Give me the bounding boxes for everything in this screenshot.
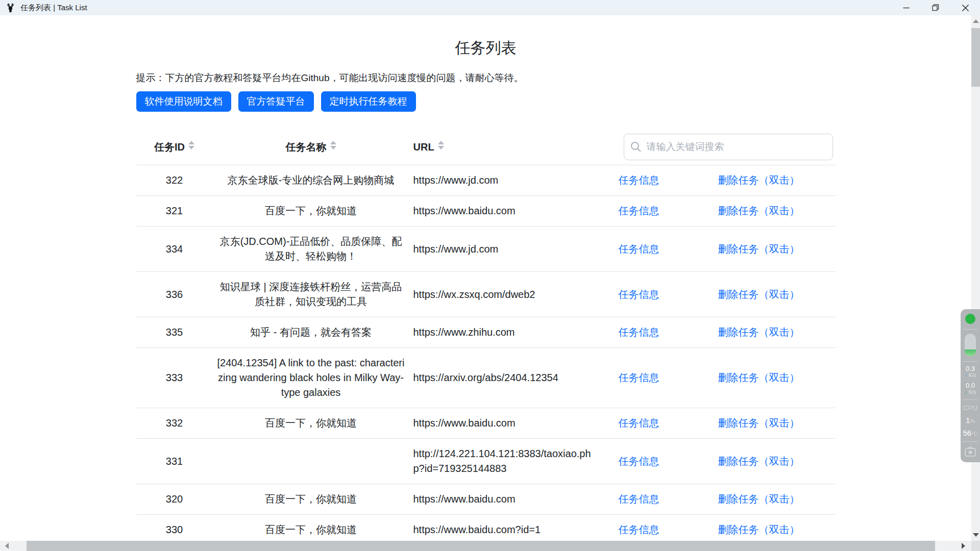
divider bbox=[963, 441, 978, 442]
header-search-cell bbox=[596, 129, 836, 165]
task-id-cell: 330 bbox=[136, 515, 213, 541]
task-id-cell: 322 bbox=[136, 165, 213, 196]
task-info-link[interactable]: 任务信息 bbox=[619, 417, 659, 429]
table-row: 332 百度一下，你就知道 https://www.baidu.com 任务信息… bbox=[136, 408, 836, 439]
upload-arrow-icon: ↑ bbox=[965, 372, 967, 378]
download-arrow-icon: ↓ bbox=[965, 389, 967, 395]
delete-task-link[interactable]: 删除任务（双击） bbox=[718, 456, 800, 467]
task-info-link[interactable]: 任务信息 bbox=[619, 524, 659, 535]
task-table: 任务ID 任务名称 URL bbox=[136, 129, 836, 541]
table-row: 320 百度一下，你就知道 https://www.baidu.com 任务信息… bbox=[136, 484, 836, 515]
task-info-link[interactable]: 任务信息 bbox=[619, 205, 659, 216]
task-id-cell: 332 bbox=[136, 408, 213, 439]
task-name-cell: 百度一下，你就知道 bbox=[213, 515, 409, 541]
task-name-cell bbox=[213, 439, 409, 484]
scroll-up-arrow-icon[interactable] bbox=[973, 19, 979, 23]
cpu-usage: 1% bbox=[966, 416, 975, 424]
task-url-cell: https://www.baidu.com?id=1 bbox=[409, 515, 596, 541]
task-name-cell: 百度一下，你就知道 bbox=[213, 484, 409, 515]
table-row: 335 知乎 - 有问题，就会有答案 https://www.zhihu.com… bbox=[136, 317, 836, 348]
screenshot-button[interactable] bbox=[965, 446, 976, 457]
divider bbox=[963, 329, 978, 330]
official-qa-button[interactable]: 官方答疑平台 bbox=[238, 91, 314, 112]
close-icon bbox=[962, 5, 969, 11]
task-url-cell: https://www.zhihu.com bbox=[409, 317, 596, 348]
cpu-temperature: 56°C bbox=[963, 429, 977, 437]
task-name-cell: 知识星球 | 深度连接铁杆粉丝，运营高品质社群，知识变现的工具 bbox=[213, 272, 409, 317]
table-row: 336 知识星球 | 深度连接铁杆粉丝，运营高品质社群，知识变现的工具 http… bbox=[136, 272, 836, 317]
temperature-unit: °C bbox=[971, 431, 977, 437]
camera-icon bbox=[965, 446, 976, 457]
deer-icon bbox=[6, 3, 15, 13]
delete-task-link[interactable]: 删除任务（双击） bbox=[718, 174, 800, 186]
task-id-cell: 334 bbox=[136, 227, 213, 272]
vertical-scrollbar-thumb[interactable] bbox=[971, 28, 980, 87]
table-row: 322 京东全球版-专业的综合网上购物商城 https://www.jd.com… bbox=[136, 165, 836, 196]
minimize-icon bbox=[903, 5, 910, 11]
scheduled-task-tutorial-button[interactable]: 定时执行任务教程 bbox=[321, 91, 416, 112]
delete-task-link[interactable]: 删除任务（双击） bbox=[718, 372, 800, 383]
header-task-name[interactable]: 任务名称 bbox=[213, 129, 409, 165]
task-url-cell: https://www.jd.com bbox=[409, 165, 596, 196]
delete-task-link[interactable]: 删除任务（双击） bbox=[718, 417, 800, 429]
delete-task-link[interactable]: 删除任务（双击） bbox=[718, 493, 800, 505]
close-button[interactable] bbox=[950, 0, 980, 15]
task-id-cell: 336 bbox=[136, 272, 213, 317]
task-url-cell: https://wx.zsxq.com/dweb2 bbox=[409, 272, 596, 317]
scroll-down-arrow-icon[interactable] bbox=[973, 533, 979, 537]
task-info-link[interactable]: 任务信息 bbox=[619, 174, 659, 186]
header-url[interactable]: URL bbox=[409, 129, 596, 165]
minimize-button[interactable] bbox=[891, 0, 921, 15]
scroll-right-arrow-icon[interactable] bbox=[962, 543, 965, 549]
delete-task-link[interactable]: 删除任务（双击） bbox=[718, 289, 800, 300]
page-title: 任务列表 bbox=[136, 38, 836, 59]
task-url-cell: https://www.jd.com bbox=[409, 227, 596, 272]
window-controls bbox=[891, 0, 980, 15]
task-name-cell: 百度一下，你就知道 bbox=[213, 408, 409, 439]
divider bbox=[963, 399, 978, 400]
header-task-id[interactable]: 任务ID bbox=[136, 129, 213, 165]
temperature-value: 56 bbox=[963, 429, 971, 437]
task-name-cell: 知乎 - 有问题，就会有答案 bbox=[213, 317, 409, 348]
table-row: 333 [2404.12354] A link to the past: cha… bbox=[136, 348, 836, 408]
main-content: 任务列表 提示：下方的官方教程和答疑平台均在Github，可能出现访问速度慢的问… bbox=[0, 15, 971, 541]
horizontal-scrollbar-thumb[interactable] bbox=[27, 541, 935, 551]
task-info-link[interactable]: 任务信息 bbox=[619, 243, 659, 255]
header-url-label: URL bbox=[413, 141, 434, 153]
task-url-cell: https://www.baidu.com bbox=[409, 408, 596, 439]
delete-task-link[interactable]: 删除任务（双击） bbox=[718, 524, 800, 535]
task-info-link[interactable]: 任务信息 bbox=[619, 372, 659, 383]
delete-task-link[interactable]: 删除任务（双击） bbox=[718, 205, 800, 216]
delete-task-link[interactable]: 删除任务（双击） bbox=[718, 327, 800, 338]
search-input[interactable] bbox=[624, 134, 833, 160]
task-id-cell: 321 bbox=[136, 196, 213, 227]
task-url-cell: https://arxiv.org/abs/2404.12354 bbox=[409, 348, 596, 408]
upload-unit-label: K/s bbox=[969, 372, 976, 378]
level-gauge-fill bbox=[965, 349, 976, 356]
table-row: 334 京东(JD.COM)-正品低价、品质保障、配送及时、轻松购物！ http… bbox=[136, 227, 836, 272]
header-task-name-label: 任务名称 bbox=[286, 141, 327, 153]
task-name-cell: 京东全球版-专业的综合网上购物商城 bbox=[213, 165, 409, 196]
task-url-cell: http://124.221.104.121:8383/taoxiao.php?… bbox=[409, 439, 596, 484]
task-id-cell: 331 bbox=[136, 439, 213, 484]
cpu-unit: % bbox=[970, 418, 975, 424]
scroll-left-arrow-icon[interactable] bbox=[5, 543, 9, 549]
horizontal-scrollbar[interactable] bbox=[0, 541, 971, 551]
download-unit-label: K/s bbox=[969, 389, 976, 395]
scrollbar-corner bbox=[971, 541, 980, 551]
task-info-link[interactable]: 任务信息 bbox=[619, 456, 659, 467]
tip-text: 提示：下方的官方教程和答疑平台均在Github，可能出现访问速度慢的问题，请耐心… bbox=[136, 71, 836, 85]
restore-icon bbox=[932, 4, 939, 11]
task-info-link[interactable]: 任务信息 bbox=[619, 327, 659, 338]
task-info-link[interactable]: 任务信息 bbox=[619, 289, 659, 300]
table-header-row: 任务ID 任务名称 URL bbox=[136, 129, 836, 165]
delete-task-link[interactable]: 删除任务（双击） bbox=[718, 243, 800, 255]
usage-doc-button[interactable]: 软件使用说明文档 bbox=[136, 91, 231, 112]
task-name-cell: 京东(JD.COM)-正品低价、品质保障、配送及时、轻松购物！ bbox=[213, 227, 409, 272]
task-info-link[interactable]: 任务信息 bbox=[619, 493, 659, 505]
window-title: 任务列表 | Task List bbox=[20, 3, 87, 13]
table-row: 321 百度一下，你就知道 https://www.baidu.com 任务信息… bbox=[136, 196, 836, 227]
task-id-cell: 333 bbox=[136, 348, 213, 408]
download-speed-unit: ↓ K/s bbox=[965, 389, 976, 395]
maximize-restore-button[interactable] bbox=[921, 0, 950, 15]
